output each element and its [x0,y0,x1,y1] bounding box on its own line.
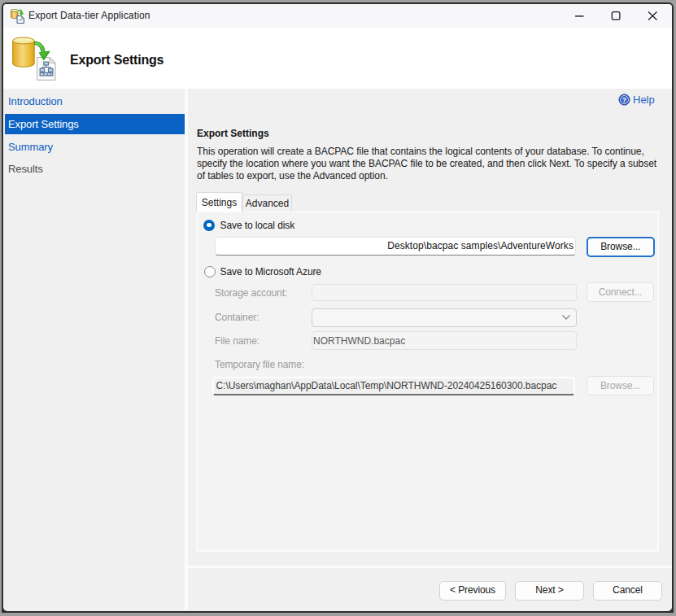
svg-text:?: ? [622,95,626,103]
